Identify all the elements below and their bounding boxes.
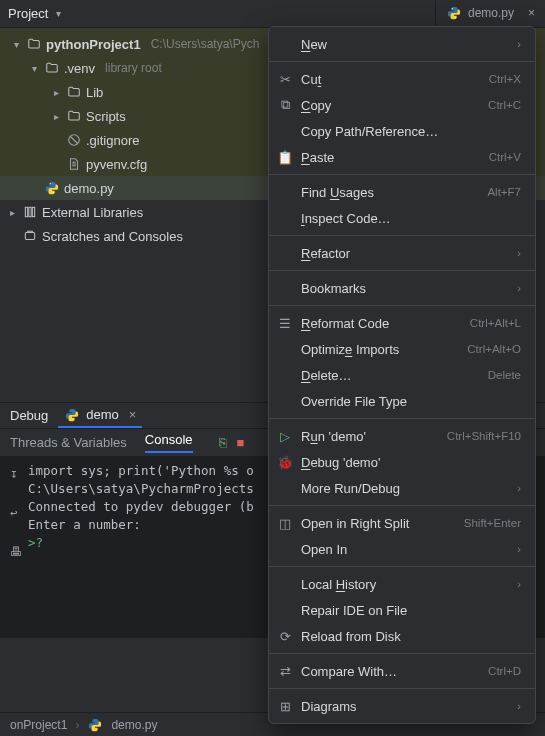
arrow-icon[interactable] — [50, 87, 62, 98]
separator — [269, 653, 535, 654]
chev-down-icon: ▾ — [56, 8, 61, 19]
close-icon[interactable]: × — [528, 6, 535, 20]
tree-label: pyvenv.cfg — [86, 157, 147, 172]
console-tab[interactable]: Console — [145, 432, 193, 453]
ctx-bookmarks[interactable]: Bookmarks › — [269, 275, 535, 301]
shortcut: Ctrl+D — [488, 665, 521, 677]
submenu-icon: › — [517, 282, 521, 294]
tree-label: Scratches and Consoles — [42, 229, 183, 244]
ctx-local-history[interactable]: Local History › — [269, 571, 535, 597]
stop-icon[interactable]: ■ — [237, 435, 245, 450]
tree-hint: C:\Users\satya\Pych — [151, 37, 260, 51]
threads-tab[interactable]: Threads & Variables — [10, 435, 127, 450]
reload-icon: ⟳ — [277, 628, 293, 644]
separator — [269, 505, 535, 506]
ctx-reload[interactable]: ⟳ Reload from Disk — [269, 623, 535, 649]
chevron-right-icon: › — [75, 718, 79, 732]
ctx-new[interactable]: New › — [269, 31, 535, 57]
separator — [269, 270, 535, 271]
blank-icon — [277, 210, 293, 226]
svg-rect-7 — [29, 207, 31, 216]
library-icon — [22, 204, 38, 220]
arrow-icon[interactable] — [10, 39, 22, 50]
context-menu: New › ✂ Cut Ctrl+X ⧉ Copy Ctrl+C Copy Pa… — [268, 26, 536, 724]
cut-icon: ✂ — [277, 71, 293, 87]
shortcut: Alt+F7 — [487, 186, 521, 198]
project-title[interactable]: Project — [8, 6, 48, 21]
python-icon — [446, 5, 462, 21]
tree-label: Lib — [86, 85, 103, 100]
shortcut: Ctrl+Alt+L — [470, 317, 521, 329]
svg-point-1 — [452, 8, 453, 9]
debug-tab-label: demo — [86, 407, 119, 422]
ctx-cut[interactable]: ✂ Cut Ctrl+X — [269, 66, 535, 92]
blank-icon — [277, 245, 293, 261]
debug-label[interactable]: Debug — [10, 408, 48, 423]
separator — [269, 418, 535, 419]
ctx-paste[interactable]: 📋 Paste Ctrl+V — [269, 144, 535, 170]
ignored-icon — [66, 132, 82, 148]
arrow-icon[interactable] — [50, 111, 62, 122]
diagram-icon: ⊞ — [277, 698, 293, 714]
ctx-compare[interactable]: ⇄ Compare With… Ctrl+D — [269, 658, 535, 684]
folder-icon — [66, 108, 82, 124]
blank-icon — [277, 280, 293, 296]
py-console-icon[interactable]: ⎘ — [219, 435, 227, 450]
ctx-find-usages[interactable]: Find Usages Alt+F7 — [269, 179, 535, 205]
separator — [269, 305, 535, 306]
shortcut: Ctrl+Alt+O — [467, 343, 521, 355]
tree-label: External Libraries — [42, 205, 143, 220]
ctx-copy[interactable]: ⧉ Copy Ctrl+C — [269, 92, 535, 118]
blank-icon — [277, 393, 293, 409]
ctx-reformat[interactable]: ☰ Reformat Code Ctrl+Alt+L — [269, 310, 535, 336]
debug-tab[interactable]: demo × — [58, 403, 142, 428]
editor-tab[interactable]: demo.py × — [435, 0, 545, 26]
ctx-optimize[interactable]: Optimize Imports Ctrl+Alt+O — [269, 336, 535, 362]
separator — [269, 235, 535, 236]
separator — [269, 688, 535, 689]
folder-icon — [26, 36, 42, 52]
tree-label: demo.py — [64, 181, 114, 196]
close-icon[interactable]: × — [129, 407, 137, 422]
separator — [269, 61, 535, 62]
print-icon[interactable]: 🖶 — [10, 544, 28, 559]
breadcrumb[interactable]: demo.py — [111, 718, 157, 732]
arrow-icon[interactable] — [6, 207, 18, 218]
blank-icon — [277, 602, 293, 618]
folder-icon — [66, 84, 82, 100]
submenu-icon: › — [517, 700, 521, 712]
scroll-end-icon[interactable]: ↧ — [10, 466, 28, 481]
blank-icon — [277, 541, 293, 557]
ctx-refactor[interactable]: Refactor › — [269, 240, 535, 266]
python-icon — [64, 407, 80, 423]
blank-icon — [277, 36, 293, 52]
reformat-icon: ☰ — [277, 315, 293, 331]
svg-rect-9 — [25, 233, 34, 240]
ctx-copy-path[interactable]: Copy Path/Reference… — [269, 118, 535, 144]
ctx-more-run[interactable]: More Run/Debug › — [269, 475, 535, 501]
ctx-diagrams[interactable]: ⊞ Diagrams › — [269, 693, 535, 719]
submenu-icon: › — [517, 38, 521, 50]
ctx-repair[interactable]: Repair IDE on File — [269, 597, 535, 623]
ctx-override[interactable]: Override File Type — [269, 388, 535, 414]
tree-label: .gitignore — [86, 133, 139, 148]
editor-tab-name: demo.py — [468, 6, 514, 20]
ctx-delete[interactable]: Delete… Delete — [269, 362, 535, 388]
blank-icon — [277, 123, 293, 139]
submenu-icon: › — [517, 578, 521, 590]
shortcut: Ctrl+C — [488, 99, 521, 111]
svg-point-4 — [50, 183, 51, 184]
ctx-run[interactable]: ▷ Run 'demo' Ctrl+Shift+F10 — [269, 423, 535, 449]
arrow-icon[interactable] — [28, 63, 40, 74]
ctx-inspect[interactable]: Inspect Code… — [269, 205, 535, 231]
ctx-open-in[interactable]: Open In › — [269, 536, 535, 562]
breadcrumb[interactable]: onProject1 — [10, 718, 67, 732]
ctx-debug[interactable]: 🐞 Debug 'demo' — [269, 449, 535, 475]
blank-icon — [277, 184, 293, 200]
shortcut: Ctrl+V — [489, 151, 521, 163]
shortcut: Ctrl+Shift+F10 — [447, 430, 521, 442]
compare-icon: ⇄ — [277, 663, 293, 679]
shortcut: Shift+Enter — [464, 517, 521, 529]
ctx-open-split[interactable]: ◫ Open in Right Split Shift+Enter — [269, 510, 535, 536]
wrap-icon[interactable]: ↩ — [10, 505, 28, 520]
